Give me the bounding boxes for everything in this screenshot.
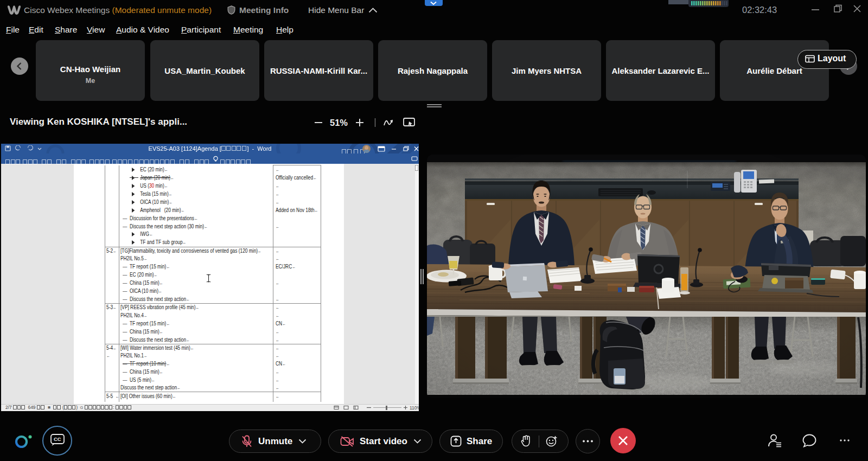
svg-text:51%: 51% xyxy=(330,118,348,127)
svg-text:110%: 110% xyxy=(410,405,419,411)
svg-text:CC: CC xyxy=(54,436,61,442)
